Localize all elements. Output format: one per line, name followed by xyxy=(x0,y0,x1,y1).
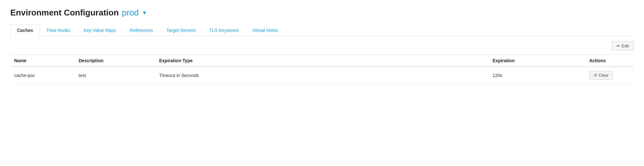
tab-virtual-hosts[interactable]: Virtual Hosts xyxy=(245,24,284,36)
content-area: ✏ Edit NameDescriptionExpiration TypeExp… xyxy=(10,36,634,89)
chevron-down-icon[interactable]: ▼ xyxy=(142,10,147,16)
tab-key-value-maps[interactable]: Key Value Maps xyxy=(77,24,123,36)
table-row: cache-poctestTimeout in Seconds120s↺Clea… xyxy=(10,67,634,84)
env-name[interactable]: prod xyxy=(122,8,139,18)
refresh-icon: ↺ xyxy=(593,73,597,78)
tab-flow-hooks[interactable]: Flow Hooks xyxy=(40,24,77,36)
cell-actions: ↺Clear xyxy=(585,67,634,84)
tab-tls-keystores[interactable]: TLS Keystores xyxy=(203,24,246,36)
cell-description: test xyxy=(75,67,155,84)
toolbar: ✏ Edit xyxy=(10,41,634,51)
tabs-container: CachesFlow HooksKey Value MapsReferences… xyxy=(10,24,634,36)
table-header-row: NameDescriptionExpiration TypeExpiration… xyxy=(10,55,634,67)
column-header-name: Name xyxy=(10,55,75,67)
edit-label: Edit xyxy=(622,44,629,48)
cell-name: cache-poc xyxy=(10,67,75,84)
table-body: cache-poctestTimeout in Seconds120s↺Clea… xyxy=(10,67,634,84)
page-container: Environment Configuration prod ▼ CachesF… xyxy=(0,0,644,97)
caches-table: NameDescriptionExpiration TypeExpiration… xyxy=(10,54,634,84)
tab-caches[interactable]: Caches xyxy=(10,24,40,36)
pencil-icon: ✏ xyxy=(617,44,620,48)
cell-expiration_type: Timeout in Seconds xyxy=(155,67,489,84)
cell-expiration: 120s xyxy=(489,67,585,84)
page-title: Environment Configuration xyxy=(10,8,119,18)
page-header: Environment Configuration prod ▼ xyxy=(10,8,634,18)
edit-button[interactable]: ✏ Edit xyxy=(612,41,634,51)
tab-target-servers[interactable]: Target Servers xyxy=(159,24,202,36)
column-header-actions: Actions xyxy=(585,55,634,67)
column-header-expiration: Expiration xyxy=(489,55,585,67)
clear-label: Clear xyxy=(599,73,609,78)
tab-references[interactable]: References xyxy=(123,24,160,36)
clear-button[interactable]: ↺Clear xyxy=(589,71,613,80)
column-header-description: Description xyxy=(75,55,155,67)
column-header-expiration_type: Expiration Type xyxy=(155,55,489,67)
